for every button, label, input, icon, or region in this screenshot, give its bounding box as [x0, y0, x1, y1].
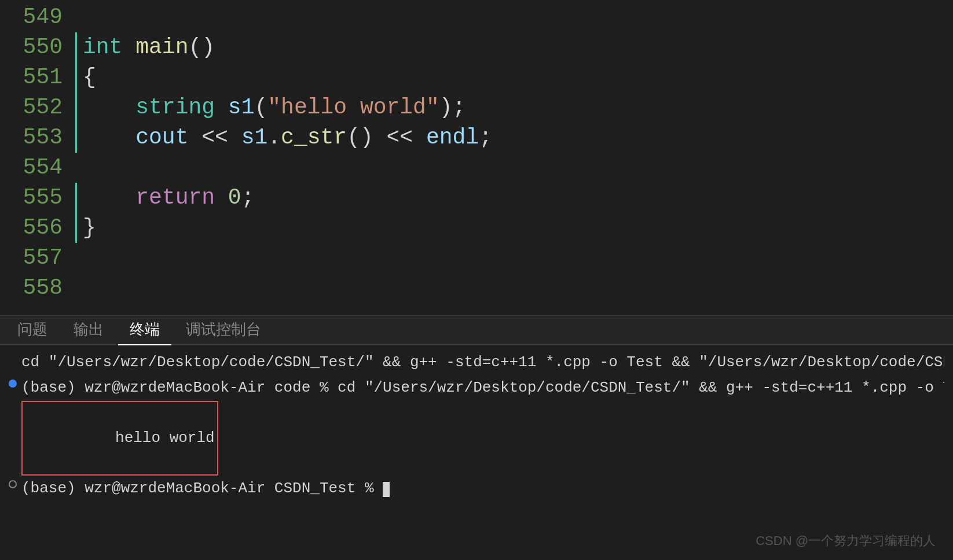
code-line-553: 553 cout << s1.c_str() << endl;: [0, 123, 953, 153]
code-editor: 549 550 int main() 551 { 552 string s1("…: [0, 0, 953, 315]
no-dot-3: [9, 401, 17, 409]
token-semi-555: ;: [241, 185, 255, 210]
line-num-555: 555: [0, 183, 75, 213]
token-open-brace: {: [83, 65, 96, 90]
line-content-555: return 0;: [75, 183, 953, 213]
token-lshift-2: <<: [387, 125, 413, 150]
token-c-str: c_str: [281, 125, 347, 150]
line-num-558: 558: [0, 273, 75, 303]
code-line-558: 558: [0, 273, 953, 303]
code-line-549: 549: [0, 2, 953, 32]
terminal-line-3: hello world: [9, 401, 944, 476]
token-close-brace: }: [83, 215, 96, 240]
line-num-556: 556: [0, 213, 75, 243]
terminal-tabs-bar: 问题 输出 终端 调试控制台: [0, 316, 953, 345]
tab-terminal[interactable]: 终端: [118, 315, 171, 345]
token-endl: endl: [426, 125, 479, 150]
token-hello-world-str: "hello world": [267, 95, 439, 120]
code-line-555: 555 return 0;: [0, 183, 953, 213]
code-line-557: 557: [0, 243, 953, 273]
line-num-549: 549: [0, 2, 75, 32]
token-return: return: [135, 185, 215, 210]
token-lshift-1: <<: [201, 125, 228, 150]
code-line-552: 552 string s1("hello world");: [0, 93, 953, 123]
token-semi-552: ;: [453, 95, 466, 120]
tab-debug-console[interactable]: 调试控制台: [174, 315, 273, 345]
terminal-cmd-1: cd "/Users/wzr/Desktop/code/CSDN_Test/" …: [21, 351, 944, 375]
token-cstr-parens: (): [347, 125, 373, 150]
token-string-type: string: [135, 95, 215, 120]
tab-problems[interactable]: 问题: [6, 315, 59, 345]
terminal-panel: 问题 输出 终端 调试控制台 cd "/Users/wzr/Desktop/co…: [0, 315, 953, 560]
token-parens: (): [188, 35, 215, 60]
line-num-554: 554: [0, 153, 75, 183]
terminal-cmd-2: (base) wzr@wzrdeMacBook-Air code % cd "/…: [21, 376, 944, 400]
line-num-553: 553: [0, 123, 75, 153]
code-line-554: 554: [0, 153, 953, 183]
terminal-line-1: cd "/Users/wzr/Desktop/code/CSDN_Test/" …: [9, 351, 944, 375]
watermark: CSDN @一个努力学习编程的人: [756, 532, 936, 550]
terminal-line-2: (base) wzr@wzrdeMacBook-Air code % cd "/…: [9, 376, 944, 400]
code-line-551: 551 {: [0, 62, 953, 93]
token-open-paren: (: [254, 95, 267, 120]
token-main: main: [135, 35, 188, 60]
line-num-552: 552: [0, 93, 75, 123]
terminal-prompt-line: (base) wzr@wzrdeMacBook-Air CSDN_Test %: [21, 477, 390, 501]
terminal-output-hello: hello world: [115, 429, 215, 447]
line-content-552: string s1("hello world");: [75, 93, 953, 123]
code-line-556: 556 }: [0, 213, 953, 243]
code-line-550: 550 int main(): [0, 32, 953, 62]
terminal-line-4: (base) wzr@wzrdeMacBook-Air CSDN_Test %: [9, 477, 944, 501]
empty-dot-indicator: [9, 480, 17, 488]
line-num-557: 557: [0, 243, 75, 273]
token-close-paren: ): [439, 95, 453, 120]
token-zero: 0: [228, 185, 241, 210]
app-window: 549 550 int main() 551 { 552 string s1("…: [0, 0, 953, 560]
token-cout: cout: [135, 125, 188, 150]
no-dot-1: [9, 351, 17, 359]
terminal-cursor: [383, 482, 390, 497]
line-num-550: 550: [0, 32, 75, 62]
tab-output[interactable]: 输出: [62, 315, 115, 345]
line-content-556: }: [75, 213, 953, 243]
line-content-553: cout << s1.c_str() << endl;: [75, 123, 953, 153]
token-s1-ref: s1: [241, 125, 268, 150]
token-s1-var: s1: [228, 95, 255, 120]
terminal-content: cd "/Users/wzr/Desktop/code/CSDN_Test/" …: [0, 345, 953, 560]
line-num-551: 551: [0, 62, 75, 93]
token-semi-553: ;: [479, 125, 492, 150]
token-int: int: [83, 35, 122, 60]
line-content-551: {: [75, 62, 953, 93]
blue-dot-indicator: [9, 380, 17, 388]
hello-world-highlight: hello world: [21, 401, 218, 476]
line-content-550: int main(): [75, 32, 953, 62]
